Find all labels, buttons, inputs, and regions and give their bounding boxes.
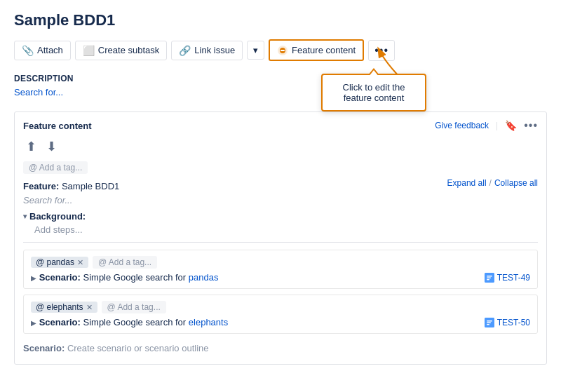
page-title: Sample BDD1 <box>14 11 547 29</box>
actions-divider: | <box>496 121 498 130</box>
attach-label: Attach <box>37 45 63 55</box>
scenario-2-tags: @ elephants ✕ @ Add a tag... <box>31 301 530 313</box>
subtask-icon: ⬜ <box>83 45 95 56</box>
scenario-1-keyword: Scenario: <box>39 272 81 283</box>
scenario-1-text: Simple Google search for <box>83 272 189 283</box>
paperclip-icon: 📎 <box>22 45 34 56</box>
scenario-1-highlight: pandas <box>189 272 219 283</box>
scenario-2-id-label: TEST-50 <box>497 318 530 327</box>
upload-icon[interactable]: ⬆ <box>23 137 39 156</box>
attach-button[interactable]: 📎 Attach <box>14 41 71 60</box>
feature-section-label: Feature content <box>23 121 92 131</box>
description-link[interactable]: Search for... <box>14 87 63 97</box>
link-icon: 🔗 <box>179 45 191 56</box>
expand-divider: / <box>489 178 492 188</box>
link-issue-label: Link issue <box>194 45 235 55</box>
tag-elephants: @ elephants ✕ <box>31 302 97 313</box>
add-tag-button[interactable]: @ Add a tag... <box>23 161 88 174</box>
scenario-2-chevron[interactable]: ▶ <box>31 319 36 327</box>
collapse-all-link[interactable]: Collapse all <box>494 178 538 188</box>
scenario-1-add-tag[interactable]: @ Add a tag... <box>93 256 157 269</box>
toolbar-dropdown-button[interactable]: ▾ <box>247 41 264 60</box>
feature-name-label: Feature: <box>23 181 59 191</box>
scenario-block-1: @ pandas ✕ @ Add a tag... ▶ Scenario: Si… <box>23 250 538 289</box>
scenario-2-keyword: Scenario: <box>39 317 81 327</box>
scenario-2-id[interactable]: TEST-50 <box>485 318 530 327</box>
scenario-1-tags: @ pandas ✕ @ Add a tag... <box>31 256 530 269</box>
download-icon[interactable]: ⬇ <box>43 137 60 156</box>
scenario-2-id-icon <box>485 318 494 327</box>
background-label: Background: <box>29 211 86 222</box>
search-placeholder: Search for... <box>23 195 538 205</box>
feature-content-button[interactable]: Feature content <box>269 39 364 61</box>
feature-more-button[interactable]: ••• <box>524 119 538 132</box>
section-divider <box>23 242 538 243</box>
feature-name-value: Sample BDD1 <box>62 181 119 191</box>
tag-elephants-label: @ elephants <box>36 302 83 312</box>
scenario-2-row: ▶ Scenario: Simple Google search for ele… <box>31 317 530 327</box>
scenario-2-add-tag[interactable]: @ Add a tag... <box>102 301 166 313</box>
background-chevron: ▾ <box>23 212 27 220</box>
feature-content-label: Feature content <box>292 45 356 55</box>
add-steps-placeholder[interactable]: Add steps... <box>23 224 538 235</box>
feature-icon <box>277 44 288 56</box>
toolbar: 📎 Attach ⬜ Create subtask 🔗 Link issue ▾… <box>14 39 547 61</box>
svg-rect-9 <box>487 322 491 323</box>
scenario-2-highlight: elephants <box>189 317 228 327</box>
create-subtask-button[interactable]: ⬜ Create subtask <box>75 41 167 60</box>
scenario-1-id-icon <box>485 273 494 283</box>
tag-elephants-remove[interactable]: ✕ <box>86 303 93 312</box>
scenario-block-2: @ elephants ✕ @ Add a tag... ▶ Scenario:… <box>23 295 538 334</box>
feature-section-header: Feature content Give feedback | 🔖 ••• <box>23 119 538 132</box>
scenario-2-label: ▶ Scenario: Simple Google search for ele… <box>31 317 228 327</box>
svg-rect-8 <box>487 320 492 322</box>
feature-content-section: Feature content Give feedback | 🔖 ••• ⬆ … <box>14 111 547 365</box>
feature-name-row: Feature: Sample BDD1 Expand all / Collap… <box>23 178 538 194</box>
scenario-1-row: ▶ Scenario: Simple Google search for pan… <box>31 272 530 283</box>
create-scenario-label: Scenario: <box>23 343 65 353</box>
svg-rect-6 <box>487 279 489 281</box>
tag-pandas-label: @ pandas <box>36 257 74 267</box>
create-subtask-label: Create subtask <box>98 45 159 55</box>
svg-rect-5 <box>487 277 491 278</box>
description-label: Description <box>14 74 547 83</box>
svg-rect-2 <box>280 50 285 51</box>
tag-pandas-remove[interactable]: ✕ <box>77 258 83 267</box>
description-section: Description Search for... <box>14 74 547 97</box>
global-tag-row: @ Add a tag... <box>23 161 538 174</box>
feature-name: Feature: Sample BDD1 <box>23 181 119 191</box>
feature-actions: Give feedback | 🔖 ••• <box>435 119 538 132</box>
expand-all-link[interactable]: Expand all <box>447 178 487 188</box>
feedback-link[interactable]: Give feedback <box>435 121 489 130</box>
create-scenario-placeholder[interactable]: Create scenario or scenario outline <box>67 343 209 353</box>
background-section: ▾ Background: Add steps... <box>23 211 538 235</box>
create-scenario-row: Scenario: Create scenario or scenario ou… <box>23 339 538 357</box>
scenario-1-id[interactable]: TEST-49 <box>485 273 530 283</box>
bookmark-icon[interactable]: 🔖 <box>505 120 517 131</box>
scenario-2-text: Simple Google search for <box>83 317 189 327</box>
scenario-1-id-label: TEST-49 <box>497 273 530 283</box>
expand-collapse-controls: Expand all / Collapse all <box>447 178 538 188</box>
tooltip-text: Click to edit the feature content <box>343 82 405 103</box>
scenario-1-chevron[interactable]: ▶ <box>31 274 36 282</box>
svg-rect-4 <box>487 276 492 277</box>
scenario-1-label: ▶ Scenario: Simple Google search for pan… <box>31 272 218 283</box>
feature-toolbar: ⬆ ⬇ <box>23 137 538 156</box>
tag-pandas: @ pandas ✕ <box>31 257 88 268</box>
tooltip-callout: Click to edit the feature content <box>321 74 426 111</box>
background-header[interactable]: ▾ Background: <box>23 211 538 222</box>
svg-rect-10 <box>487 324 489 325</box>
link-issue-button[interactable]: 🔗 Link issue <box>171 41 243 60</box>
